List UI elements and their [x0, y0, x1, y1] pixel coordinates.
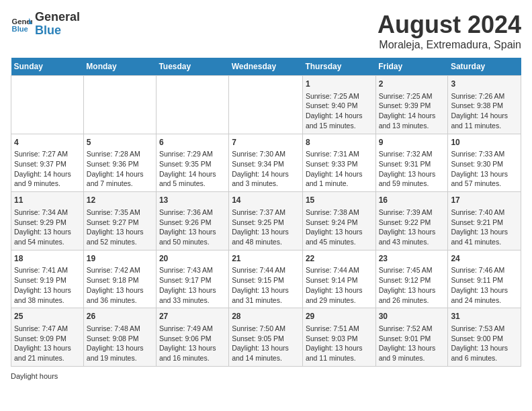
day-cell: 2Sunrise: 7:25 AM Sunset: 9:39 PM Daylig… — [375, 76, 448, 134]
day-number: 6 — [159, 137, 226, 148]
day-cell: 28Sunrise: 7:50 AM Sunset: 9:05 PM Dayli… — [229, 308, 303, 367]
day-number: 19 — [87, 253, 153, 265]
day-number: 30 — [379, 311, 445, 322]
day-cell: 24Sunrise: 7:46 AM Sunset: 9:11 PM Dayli… — [448, 250, 521, 308]
day-cell: 6Sunrise: 7:29 AM Sunset: 9:35 PM Daylig… — [156, 134, 228, 192]
day-number: 9 — [379, 137, 445, 148]
day-cell: 14Sunrise: 7:37 AM Sunset: 9:25 PM Dayli… — [229, 192, 303, 250]
day-number: 28 — [232, 311, 300, 322]
day-number: 18 — [14, 253, 81, 265]
calendar-table: SundayMondayTuesdayWednesdayThursdayFrid… — [11, 58, 521, 367]
header: General Blue General Blue August 2024 Mo… — [11, 11, 521, 51]
column-header-friday: Friday — [375, 58, 448, 76]
day-cell: 9Sunrise: 7:32 AM Sunset: 9:31 PM Daylig… — [375, 134, 448, 192]
day-info: Sunrise: 7:47 AM Sunset: 9:09 PM Dayligh… — [14, 324, 81, 363]
day-cell — [83, 76, 156, 134]
day-info: Sunrise: 7:36 AM Sunset: 9:26 PM Dayligh… — [159, 208, 226, 247]
day-info: Sunrise: 7:45 AM Sunset: 9:12 PM Dayligh… — [379, 265, 445, 305]
day-info: Sunrise: 7:30 AM Sunset: 9:34 PM Dayligh… — [232, 149, 300, 189]
day-number: 23 — [379, 253, 445, 265]
day-cell: 8Sunrise: 7:31 AM Sunset: 9:33 PM Daylig… — [302, 134, 375, 192]
day-cell: 25Sunrise: 7:47 AM Sunset: 9:09 PM Dayli… — [11, 308, 84, 367]
day-info: Sunrise: 7:31 AM Sunset: 9:33 PM Dayligh… — [306, 149, 373, 189]
week-row-1: 1Sunrise: 7:25 AM Sunset: 9:40 PM Daylig… — [11, 76, 521, 134]
day-number: 12 — [87, 195, 153, 206]
day-number: 26 — [87, 311, 153, 322]
day-cell: 26Sunrise: 7:48 AM Sunset: 9:08 PM Dayli… — [83, 308, 156, 367]
day-info: Sunrise: 7:25 AM Sunset: 9:39 PM Dayligh… — [379, 91, 445, 131]
day-number: 20 — [159, 253, 226, 265]
day-number: 13 — [159, 195, 226, 206]
day-info: Sunrise: 7:49 AM Sunset: 9:06 PM Dayligh… — [159, 324, 226, 363]
day-cell: 5Sunrise: 7:28 AM Sunset: 9:36 PM Daylig… — [83, 134, 156, 192]
day-info: Sunrise: 7:38 AM Sunset: 9:24 PM Dayligh… — [306, 208, 373, 247]
day-info: Sunrise: 7:50 AM Sunset: 9:05 PM Dayligh… — [232, 324, 300, 363]
day-number: 7 — [232, 137, 300, 148]
day-info: Sunrise: 7:33 AM Sunset: 9:30 PM Dayligh… — [451, 149, 518, 189]
day-cell: 16Sunrise: 7:39 AM Sunset: 9:22 PM Dayli… — [375, 192, 448, 250]
day-cell — [156, 76, 228, 134]
day-cell: 31Sunrise: 7:53 AM Sunset: 9:00 PM Dayli… — [448, 308, 521, 367]
footer-text: Daylight hours — [11, 372, 58, 380]
day-number: 29 — [306, 311, 373, 322]
column-header-thursday: Thursday — [302, 58, 375, 76]
day-info: Sunrise: 7:37 AM Sunset: 9:25 PM Dayligh… — [232, 208, 300, 247]
column-header-saturday: Saturday — [448, 58, 521, 76]
day-info: Sunrise: 7:48 AM Sunset: 9:08 PM Dayligh… — [87, 324, 153, 363]
day-info: Sunrise: 7:52 AM Sunset: 9:01 PM Dayligh… — [379, 324, 445, 363]
day-cell: 19Sunrise: 7:42 AM Sunset: 9:18 PM Dayli… — [83, 250, 156, 308]
day-number: 31 — [451, 311, 518, 322]
day-number: 21 — [232, 253, 300, 265]
day-number: 17 — [451, 195, 518, 206]
day-number: 25 — [14, 311, 81, 322]
logo: General Blue General Blue — [11, 11, 80, 38]
day-cell: 23Sunrise: 7:45 AM Sunset: 9:12 PM Dayli… — [375, 250, 448, 308]
column-header-wednesday: Wednesday — [229, 58, 303, 76]
day-number: 14 — [232, 195, 300, 206]
day-info: Sunrise: 7:35 AM Sunset: 9:27 PM Dayligh… — [87, 208, 153, 247]
day-info: Sunrise: 7:53 AM Sunset: 9:00 PM Dayligh… — [451, 324, 518, 363]
day-cell: 1Sunrise: 7:25 AM Sunset: 9:40 PM Daylig… — [302, 76, 375, 134]
day-number: 15 — [306, 195, 373, 206]
day-cell: 29Sunrise: 7:51 AM Sunset: 9:03 PM Dayli… — [302, 308, 375, 367]
svg-text:Blue: Blue — [12, 25, 28, 33]
day-cell: 18Sunrise: 7:41 AM Sunset: 9:19 PM Dayli… — [11, 250, 84, 308]
day-info: Sunrise: 7:27 AM Sunset: 9:37 PM Dayligh… — [14, 149, 81, 189]
day-info: Sunrise: 7:32 AM Sunset: 9:31 PM Dayligh… — [379, 149, 445, 189]
day-cell: 4Sunrise: 7:27 AM Sunset: 9:37 PM Daylig… — [11, 134, 84, 192]
column-header-sunday: Sunday — [11, 58, 84, 76]
day-cell: 7Sunrise: 7:30 AM Sunset: 9:34 PM Daylig… — [229, 134, 303, 192]
day-info: Sunrise: 7:39 AM Sunset: 9:22 PM Dayligh… — [379, 208, 445, 247]
day-info: Sunrise: 7:51 AM Sunset: 9:03 PM Dayligh… — [306, 324, 373, 363]
day-cell: 22Sunrise: 7:44 AM Sunset: 9:14 PM Dayli… — [302, 250, 375, 308]
day-number: 10 — [451, 137, 518, 148]
day-number: 24 — [451, 253, 518, 265]
day-cell — [11, 76, 84, 134]
day-info: Sunrise: 7:40 AM Sunset: 9:21 PM Dayligh… — [451, 208, 518, 247]
week-row-4: 18Sunrise: 7:41 AM Sunset: 9:19 PM Dayli… — [11, 250, 521, 308]
day-info: Sunrise: 7:25 AM Sunset: 9:40 PM Dayligh… — [306, 91, 373, 131]
day-cell: 17Sunrise: 7:40 AM Sunset: 9:21 PM Dayli… — [448, 192, 521, 250]
day-number: 16 — [379, 195, 445, 206]
day-number: 4 — [14, 137, 81, 148]
day-info: Sunrise: 7:43 AM Sunset: 9:17 PM Dayligh… — [159, 265, 226, 305]
day-cell: 13Sunrise: 7:36 AM Sunset: 9:26 PM Dayli… — [156, 192, 228, 250]
week-row-5: 25Sunrise: 7:47 AM Sunset: 9:09 PM Dayli… — [11, 308, 521, 367]
day-cell: 21Sunrise: 7:44 AM Sunset: 9:15 PM Dayli… — [229, 250, 303, 308]
logo-icon: General Blue — [11, 13, 32, 35]
day-number: 27 — [159, 311, 226, 322]
header-row: SundayMondayTuesdayWednesdayThursdayFrid… — [11, 58, 521, 76]
day-cell: 20Sunrise: 7:43 AM Sunset: 9:17 PM Dayli… — [156, 250, 228, 308]
day-number: 1 — [306, 79, 373, 90]
day-info: Sunrise: 7:44 AM Sunset: 9:15 PM Dayligh… — [232, 265, 300, 305]
day-number: 3 — [451, 79, 518, 90]
column-header-tuesday: Tuesday — [156, 58, 228, 76]
day-cell: 12Sunrise: 7:35 AM Sunset: 9:27 PM Dayli… — [83, 192, 156, 250]
day-cell: 3Sunrise: 7:26 AM Sunset: 9:38 PM Daylig… — [448, 76, 521, 134]
day-number: 5 — [87, 137, 153, 148]
day-cell: 27Sunrise: 7:49 AM Sunset: 9:06 PM Dayli… — [156, 308, 228, 367]
day-info: Sunrise: 7:44 AM Sunset: 9:14 PM Dayligh… — [306, 265, 373, 305]
day-cell — [229, 76, 303, 134]
week-row-3: 11Sunrise: 7:34 AM Sunset: 9:29 PM Dayli… — [11, 192, 521, 250]
column-header-monday: Monday — [83, 58, 156, 76]
